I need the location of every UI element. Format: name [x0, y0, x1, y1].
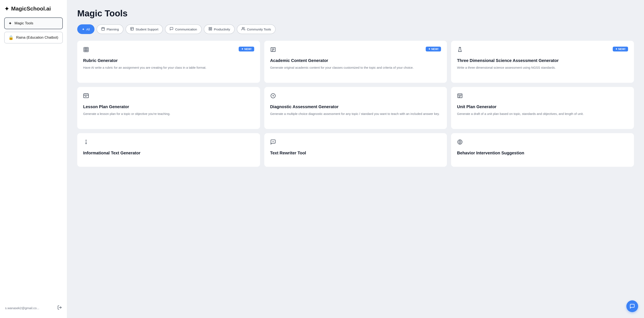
card-header: ✦ NEW! [457, 47, 628, 54]
main-content: Magic Tools ✦ All Planning Student Suppo… [67, 0, 644, 318]
card-header [457, 93, 628, 100]
lesson-plan-desc: Generate a lesson plan for a topic or ob… [83, 112, 254, 116]
tool-card-rubric-generator[interactable]: ✦ NEW! Rubric Generator Have AI write a … [77, 41, 260, 83]
tab-community-tools-label: Community Tools [247, 28, 271, 31]
science-assessment-desc: Write a three dimensional science assess… [457, 65, 628, 70]
tool-card-behavior-intervention-suggestion[interactable]: Behavior Intervention Suggestion [451, 133, 634, 167]
svg-rect-8 [209, 27, 210, 28]
magic-tools-icon: ✦ [8, 21, 12, 26]
lesson-plan-icon [83, 93, 89, 100]
unit-plan-icon [457, 93, 463, 100]
new-badge-rubric: ✦ NEW! [239, 47, 254, 52]
diagnostic-assessment-icon [270, 93, 276, 100]
academic-content-desc: Generate original academic content for y… [270, 65, 441, 70]
communication-icon [170, 27, 174, 32]
diagnostic-assessment-desc: Generate a multiple choice diagnostic as… [270, 112, 441, 116]
page-title: Magic Tools [77, 9, 634, 19]
science-assessment-icon [457, 47, 463, 54]
svg-point-38 [459, 141, 461, 143]
tab-productivity[interactable]: Productivity [204, 24, 235, 34]
svg-point-28 [273, 96, 273, 96]
community-tools-icon [242, 27, 245, 32]
svg-point-12 [242, 27, 244, 29]
card-header: ✦ NEW! [83, 47, 254, 54]
science-assessment-title: Three Dimensional Science Assessment Gen… [457, 58, 628, 63]
logo-icon: ✦ [4, 5, 10, 13]
text-rewriter-icon [270, 139, 276, 146]
tool-card-academic-content-generator[interactable]: ✦ NEW! Academic Content Generator Genera… [264, 41, 447, 83]
tool-card-three-dimensional-science[interactable]: ✦ NEW! Three Dimensional Science Assessm… [451, 41, 634, 83]
tab-communication-label: Communication [175, 28, 197, 31]
card-header [270, 139, 441, 146]
svg-rect-9 [210, 27, 212, 28]
rubric-generator-icon [83, 47, 89, 54]
text-rewriter-title: Text Rewriter Tool [270, 150, 441, 156]
logo-text: MagicSchool.ai [11, 6, 51, 12]
tab-all[interactable]: ✦ All [77, 24, 94, 34]
svg-rect-13 [84, 48, 88, 52]
logo-area: ✦ MagicSchool.ai [4, 5, 63, 13]
filter-tabs: ✦ All Planning Student Support [77, 24, 634, 34]
productivity-icon [208, 27, 212, 32]
lock-icon: 🔒 [8, 35, 14, 40]
unit-plan-title: Unit Plan Generator [457, 104, 628, 109]
card-header [83, 139, 254, 146]
chat-button[interactable] [626, 300, 638, 312]
svg-rect-10 [209, 29, 210, 30]
tab-student-support[interactable]: Student Support [126, 24, 163, 34]
behavior-intervention-title: Behavior Intervention Suggestion [457, 150, 628, 156]
card-header: ✦ NEW! [270, 47, 441, 54]
tool-card-lesson-plan-generator[interactable]: Lesson Plan Generator Generate a lesson … [77, 87, 260, 129]
svg-rect-5 [130, 27, 134, 30]
card-header [457, 139, 628, 146]
tab-planning-label: Planning [107, 28, 119, 31]
svg-rect-23 [84, 94, 88, 98]
user-email: s.wanasek2@gmail.co... [5, 306, 39, 310]
academic-content-title: Academic Content Generator [270, 58, 441, 63]
tools-grid: ✦ NEW! Rubric Generator Have AI write a … [77, 41, 634, 167]
sidebar-item-magic-tools[interactable]: ✦ Magic Tools [4, 18, 63, 29]
tool-card-informational-text-generator[interactable]: Informational Text Generator [77, 133, 260, 167]
tab-community-tools[interactable]: Community Tools [237, 24, 276, 34]
unit-plan-desc: Generate a draft of a unit plan based on… [457, 112, 628, 116]
tab-student-support-label: Student Support [136, 28, 158, 31]
lesson-plan-title: Lesson Plan Generator [83, 104, 254, 109]
card-header [83, 93, 254, 100]
behavior-intervention-icon [457, 139, 463, 146]
tab-communication[interactable]: Communication [165, 24, 202, 34]
diagnostic-assessment-title: Diagnostic Assessment Generator [270, 104, 441, 109]
sidebar: ✦ MagicSchool.ai ✦ Magic Tools 🔒 Raina (… [0, 0, 67, 318]
tab-productivity-label: Productivity [214, 28, 230, 31]
rubric-generator-desc: Have AI write a rubric for an assignment… [83, 65, 254, 70]
tool-card-diagnostic-assessment-generator[interactable]: Diagnostic Assessment Generator Generate… [264, 87, 447, 129]
new-badge-academic: ✦ NEW! [426, 47, 441, 52]
sidebar-item-label-magic-tools: Magic Tools [14, 21, 33, 26]
logout-icon[interactable] [57, 305, 62, 311]
card-header [270, 93, 441, 100]
svg-rect-11 [210, 29, 212, 30]
tab-planning[interactable]: Planning [96, 24, 124, 34]
sidebar-item-raina[interactable]: 🔒 Raina (Education Chatbot) [4, 32, 63, 44]
sidebar-item-label-raina: Raina (Education Chatbot) [16, 36, 58, 40]
informational-text-icon [83, 139, 89, 146]
planning-icon [101, 27, 105, 32]
tab-all-label: All [86, 28, 90, 31]
tool-card-text-rewriter-tool[interactable]: Text Rewriter Tool [264, 133, 447, 167]
user-info: s.wanasek2@gmail.co... [4, 303, 63, 313]
student-support-icon [130, 27, 134, 32]
svg-point-33 [86, 140, 86, 141]
academic-content-icon [270, 47, 276, 54]
rubric-generator-title: Rubric Generator [83, 58, 254, 63]
tool-card-unit-plan-generator[interactable]: Unit Plan Generator Generate a draft of … [451, 87, 634, 129]
informational-text-title: Informational Text Generator [83, 150, 254, 156]
new-badge-science: ✦ NEW! [613, 47, 628, 52]
svg-rect-1 [102, 28, 104, 31]
all-icon: ✦ [82, 27, 84, 31]
